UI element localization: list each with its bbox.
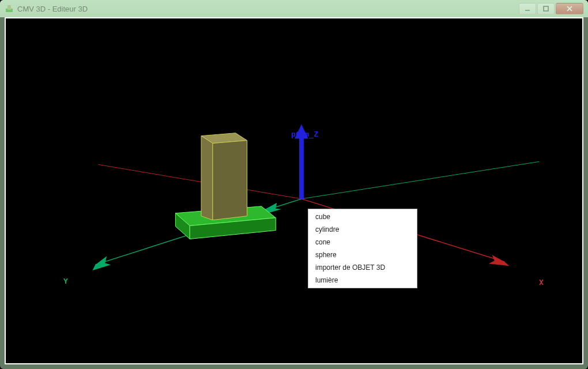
menu-item-sphere[interactable]: sphere [310,248,416,261]
svg-rect-3 [544,6,548,11]
app-icon [5,4,14,13]
viewport-3d[interactable]: pCam_Z X Y cube cylindre cone sphere imp… [5,17,583,364]
menu-item-import[interactable]: importer de OBJET 3D [310,261,416,274]
svg-marker-11 [213,141,247,220]
window-title: CMV 3D - Editeur 3D [17,5,518,13]
window-controls [518,3,583,14]
minimize-button[interactable] [519,3,536,14]
menu-item-cone[interactable]: cone [310,236,416,248]
axis-z-label: pCam_Z [291,130,318,138]
maximize-button[interactable] [537,3,555,14]
axis-y-arrow-icon [92,256,111,270]
titlebar[interactable]: CMV 3D - Editeur 3D [0,0,588,17]
axis-y-label: Y [63,277,68,285]
axis-x-line-back [98,164,301,199]
axis-x-arrow-icon [489,255,510,266]
menu-item-cube[interactable]: cube [310,210,416,223]
menu-item-cylindre[interactable]: cylindre [310,223,416,236]
column-block [201,133,247,220]
svg-rect-1 [7,5,11,10]
axis-y-line-back [301,161,539,199]
svg-marker-10 [201,136,213,220]
context-menu[interactable]: cube cylindre cone sphere importer de OB… [308,209,417,288]
axis-x-label: X [539,278,544,287]
menu-item-lumiere[interactable]: lumière [310,274,416,287]
close-button[interactable] [556,3,583,14]
scene-canvas[interactable] [6,18,582,363]
